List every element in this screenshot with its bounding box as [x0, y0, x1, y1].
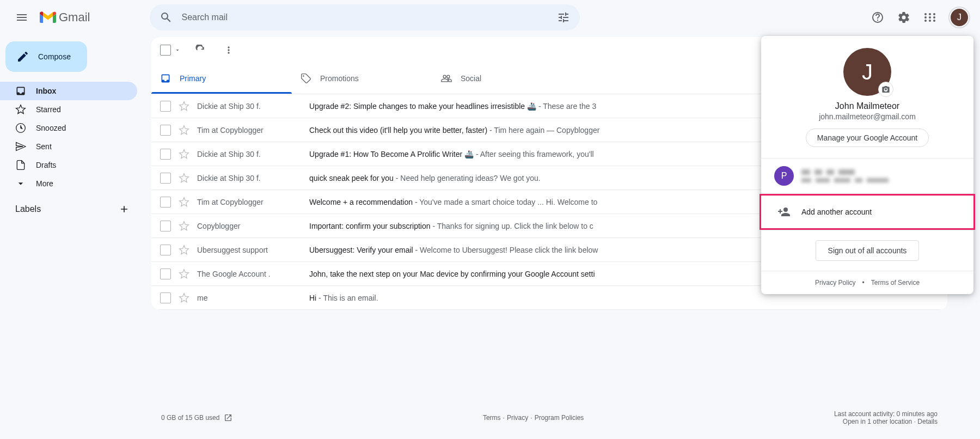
row-checkbox[interactable] — [160, 173, 171, 184]
account-email: john.mailmeteor@gmail.com — [819, 112, 916, 121]
sidebar-item-label: Inbox — [36, 87, 56, 95]
row-checkbox[interactable] — [160, 101, 171, 112]
search-button[interactable] — [155, 7, 177, 28]
search-bar — [150, 4, 580, 31]
add-label-button[interactable] — [115, 200, 133, 218]
svg-point-0 — [303, 75, 304, 77]
add-another-account-button[interactable]: Add another account — [759, 194, 975, 230]
row-checkbox[interactable] — [160, 292, 171, 303]
settings-button[interactable] — [893, 7, 915, 28]
tab-primary[interactable]: Primary — [151, 63, 292, 94]
account-tos-link[interactable]: Terms of Service — [871, 279, 920, 286]
star-outline-icon — [179, 269, 189, 279]
refresh-icon — [195, 45, 206, 56]
refresh-button[interactable] — [189, 39, 211, 61]
person-add-icon — [774, 202, 794, 222]
star-outline-icon — [179, 173, 189, 184]
signout-button[interactable]: Sign out of all accounts — [816, 240, 920, 261]
select-all-dropdown[interactable] — [172, 47, 183, 53]
row-star-button[interactable] — [179, 292, 189, 303]
star-outline-icon — [179, 125, 189, 136]
row-star-button[interactable] — [179, 101, 189, 112]
sidebar-item-inbox[interactable]: Inbox — [0, 82, 137, 100]
pencil-icon — [16, 50, 29, 63]
row-star-button[interactable] — [179, 197, 189, 208]
account-avatar[interactable]: J — [950, 8, 969, 27]
row-star-button[interactable] — [179, 173, 189, 184]
hamburger-icon — [15, 11, 28, 24]
row-sender: Dickie at Ship 30 f. — [197, 102, 309, 111]
inbox-tab-icon — [160, 73, 171, 84]
privacy-link[interactable]: Privacy — [507, 414, 528, 422]
inbox-icon — [15, 86, 26, 96]
more-vertical-icon — [223, 45, 234, 56]
star-outline-icon — [179, 221, 189, 231]
row-star-button[interactable] — [179, 149, 189, 160]
main-menu-button[interactable] — [9, 4, 35, 31]
camera-icon — [881, 85, 890, 94]
account-panel: J John Mailmeteor john.mailmeteor@gmail.… — [761, 36, 973, 294]
compose-label: Compose — [38, 52, 71, 61]
tab-social[interactable]: Social — [432, 63, 573, 94]
gmail-logo[interactable]: Gmail — [39, 10, 90, 25]
row-checkbox[interactable] — [160, 245, 171, 255]
draft-icon — [15, 160, 26, 170]
change-photo-button[interactable] — [878, 82, 893, 97]
row-sender: me — [197, 294, 309, 302]
footer: 0 GB of 15 GB used Terms · Privacy · Pro… — [151, 398, 947, 439]
account-privacy-link[interactable]: Privacy Policy — [815, 279, 856, 286]
row-star-button[interactable] — [179, 221, 189, 231]
support-button[interactable] — [867, 7, 889, 28]
more-actions-button[interactable] — [218, 39, 240, 61]
row-sender: Dickie at Ship 30 f. — [197, 150, 309, 158]
policies-link[interactable]: Program Policies — [535, 414, 584, 422]
row-sender: Ubersuggest support — [197, 246, 309, 254]
row-checkbox[interactable] — [160, 125, 171, 136]
star-outline-icon — [179, 197, 189, 208]
details-link[interactable]: Details — [917, 418, 938, 425]
account-footer: Privacy Policy • Terms of Service — [761, 271, 973, 294]
sidebar-item-sent[interactable]: Sent — [0, 137, 137, 156]
storage-usage: 0 GB of 15 GB used — [161, 414, 219, 422]
sidebar-item-drafts[interactable]: Drafts — [0, 156, 137, 174]
gmail-logo-text: Gmail — [59, 10, 90, 25]
sidebar-item-more[interactable]: More — [0, 174, 137, 193]
row-star-button[interactable] — [179, 125, 189, 136]
row-checkbox[interactable] — [160, 197, 171, 208]
search-options-button[interactable] — [553, 7, 574, 28]
terms-link[interactable]: Terms — [483, 414, 501, 422]
search-input[interactable] — [177, 13, 553, 22]
tab-label: Primary — [180, 74, 206, 83]
row-checkbox[interactable] — [160, 269, 171, 279]
tab-promotions[interactable]: Promotions — [292, 63, 432, 94]
row-sender: The Google Account . — [197, 270, 309, 278]
open-external-icon[interactable] — [224, 413, 232, 422]
row-sender: Copyblogger — [197, 222, 309, 230]
star-outline-icon — [179, 292, 189, 303]
select-all-checkbox[interactable] — [160, 45, 171, 56]
search-icon — [160, 11, 173, 24]
compose-button[interactable]: Compose — [5, 41, 87, 72]
signout-section: Sign out of all accounts — [761, 230, 973, 271]
row-checkbox[interactable] — [160, 149, 171, 160]
row-star-button[interactable] — [179, 245, 189, 255]
sidebar-item-starred[interactable]: Starred — [0, 100, 137, 119]
row-sender: Tim at Copyblogger — [197, 126, 309, 135]
row-sender: Tim at Copyblogger — [197, 198, 309, 206]
apps-grid-icon — [923, 11, 936, 24]
send-icon — [15, 141, 26, 152]
gear-icon — [897, 11, 910, 24]
manage-account-button[interactable]: Manage your Google Account — [806, 129, 929, 147]
help-icon — [871, 11, 884, 24]
sidebar-item-snoozed[interactable]: Snoozed — [0, 119, 137, 137]
row-checkbox[interactable] — [160, 221, 171, 231]
tag-icon — [301, 73, 311, 84]
separator-dot: • — [862, 279, 865, 286]
sidebar-item-label: Sent — [36, 142, 52, 151]
apps-button[interactable] — [919, 7, 941, 28]
row-star-button[interactable] — [179, 269, 189, 279]
row-subject: Hi - This is an email. — [309, 294, 941, 302]
clock-icon — [15, 123, 26, 133]
other-account-row[interactable]: P — [761, 158, 973, 194]
star-outline-icon — [179, 149, 189, 160]
